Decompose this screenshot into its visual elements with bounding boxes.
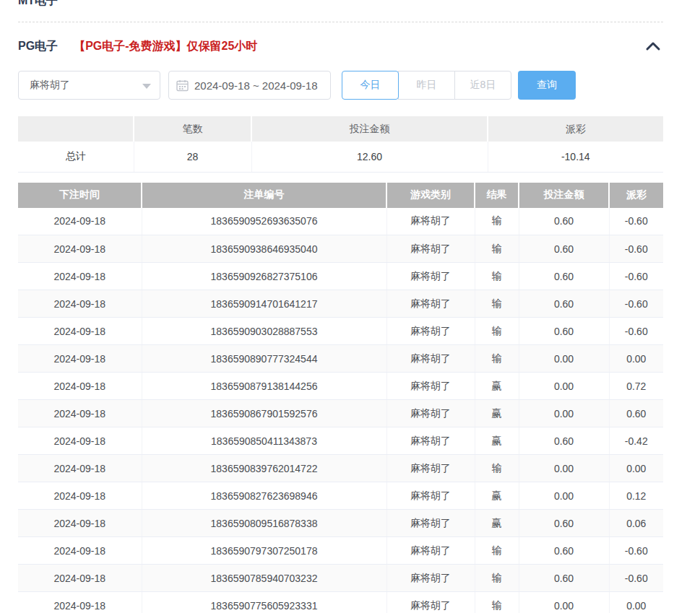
table-row: 2024-09-181836590952693635076麻将胡了输0.60-0… <box>18 208 663 235</box>
bet-time-cell: 2024-09-18 <box>18 318 142 345</box>
order-no-cell: 1836590827623698946 <box>142 482 386 510</box>
game-type-cell: 麻将胡了 <box>386 318 475 345</box>
filter-controls: 麻将胡了 2024-09-18 ~ 2024-09-18 今日 昨日 近8日 查… <box>18 71 663 100</box>
summary-header-blank <box>18 116 134 142</box>
table-row: 2024-09-181836590903028887553麻将胡了输0.60-0… <box>18 318 663 345</box>
previous-section-title: MT电子 <box>18 0 663 9</box>
summary-total-row: 总计 28 12.60 -10.14 <box>18 142 663 172</box>
game-select[interactable]: 麻将胡了 <box>18 71 160 100</box>
section-notice: 【PG电子-免费游戏】仅保留25小时 <box>74 39 257 54</box>
chevron-down-icon <box>142 84 151 89</box>
table-row: 2024-09-181836590850411343873麻将胡了赢0.60-0… <box>18 427 663 455</box>
game-type-cell: 麻将胡了 <box>386 263 475 290</box>
result-cell: 赢 <box>475 373 519 400</box>
game-type-cell: 麻将胡了 <box>386 455 475 482</box>
last-8-days-button[interactable]: 近8日 <box>454 71 511 100</box>
game-type-cell: 麻将胡了 <box>386 373 475 400</box>
summary-total-bet: 12.60 <box>251 142 488 172</box>
order-no-cell: 1836590952693635076 <box>142 208 386 235</box>
calendar-icon <box>176 79 189 92</box>
table-row: 2024-09-181836590839762014722麻将胡了输0.000.… <box>18 455 663 482</box>
payout-cell: -0.60 <box>609 537 663 565</box>
payout-cell: 0.72 <box>609 373 663 400</box>
records-header-payout: 派彩 <box>609 183 663 208</box>
table-row: 2024-09-181836590914701641217麻将胡了输0.60-0… <box>18 290 663 318</box>
bet-time-cell: 2024-09-18 <box>18 235 142 263</box>
order-no-cell: 1836590938646935040 <box>142 235 386 263</box>
bet-amount-cell: 0.00 <box>519 373 609 400</box>
summary-header-payout: 派彩 <box>488 116 663 142</box>
search-button[interactable]: 查询 <box>518 71 576 100</box>
today-button[interactable]: 今日 <box>342 71 399 100</box>
order-no-cell: 1836590785940703232 <box>142 565 386 592</box>
bet-time-cell: 2024-09-18 <box>18 455 142 482</box>
payout-cell: -0.60 <box>609 318 663 345</box>
order-no-cell: 1836590867901592576 <box>142 400 386 427</box>
result-cell: 输 <box>475 592 519 613</box>
bet-amount-cell: 0.60 <box>519 208 609 235</box>
bet-amount-cell: 0.60 <box>519 537 609 565</box>
bet-amount-cell: 0.00 <box>519 482 609 510</box>
yesterday-button[interactable]: 昨日 <box>398 71 455 100</box>
bet-time-cell: 2024-09-18 <box>18 400 142 427</box>
order-no-cell: 1836590879138144256 <box>142 373 386 400</box>
order-no-cell: 1836590903028887553 <box>142 318 386 345</box>
quick-date-button-group: 今日 昨日 近8日 <box>342 71 511 100</box>
payout-cell: 0.12 <box>609 482 663 510</box>
table-row: 2024-09-181836590785940703232麻将胡了输0.60-0… <box>18 565 663 592</box>
table-row: 2024-09-181836590879138144256麻将胡了赢0.000.… <box>18 373 663 400</box>
result-cell: 输 <box>475 537 519 565</box>
section-title: PG电子 <box>18 39 58 54</box>
table-row: 2024-09-181836590867901592576麻将胡了赢0.000.… <box>18 400 663 427</box>
payout-cell: 0.60 <box>609 400 663 427</box>
bet-time-cell: 2024-09-18 <box>18 565 142 592</box>
bet-amount-cell: 0.60 <box>519 263 609 290</box>
summary-header-row: 笔数 投注金额 派彩 <box>18 116 663 142</box>
bet-time-cell: 2024-09-18 <box>18 537 142 565</box>
bet-time-cell: 2024-09-18 <box>18 290 142 318</box>
result-cell: 输 <box>475 565 519 592</box>
records-header-game-type: 游戏类别 <box>386 183 475 208</box>
section-header: PG电子 【PG电子-免费游戏】仅保留25小时 <box>18 38 663 55</box>
bet-time-cell: 2024-09-18 <box>18 345 142 373</box>
page: MT电子 PG电子 【PG电子-免费游戏】仅保留25小时 麻将胡了 <box>0 0 700 613</box>
table-row: 2024-09-181836590775605923331麻将胡了输0.000.… <box>18 592 663 613</box>
bet-time-cell: 2024-09-18 <box>18 263 142 290</box>
payout-cell: -0.60 <box>609 290 663 318</box>
bet-amount-cell: 0.00 <box>519 345 609 373</box>
bet-time-cell: 2024-09-18 <box>18 482 142 510</box>
records-header-bet-time: 下注时间 <box>18 183 142 208</box>
summary-total-payout: -10.14 <box>488 142 663 172</box>
dashed-divider <box>18 22 663 22</box>
collapse-button[interactable] <box>643 38 663 55</box>
order-no-cell: 1836590839762014722 <box>142 455 386 482</box>
bet-time-cell: 2024-09-18 <box>18 427 142 455</box>
bet-amount-cell: 0.60 <box>519 565 609 592</box>
records-header-row: 下注时间 注单编号 游戏类别 结果 投注金额 派彩 <box>18 183 663 208</box>
game-type-cell: 麻将胡了 <box>386 592 475 613</box>
payout-cell: 0.00 <box>609 592 663 613</box>
game-type-cell: 麻将胡了 <box>386 208 475 235</box>
records-header-result: 结果 <box>475 183 519 208</box>
order-no-cell: 1836590850411343873 <box>142 427 386 455</box>
payout-cell: -0.60 <box>609 263 663 290</box>
payout-cell: -0.42 <box>609 427 663 455</box>
bet-time-cell: 2024-09-18 <box>18 592 142 613</box>
records-table-body: 2024-09-181836590952693635076麻将胡了输0.60-0… <box>18 208 663 613</box>
records-table: 下注时间 注单编号 游戏类别 结果 投注金额 派彩 2024-09-181836… <box>18 183 663 613</box>
summary-header-count: 笔数 <box>134 116 251 142</box>
game-type-cell: 麻将胡了 <box>386 345 475 373</box>
bet-amount-cell: 0.00 <box>519 400 609 427</box>
bet-amount-cell: 0.00 <box>519 455 609 482</box>
game-type-cell: 麻将胡了 <box>386 235 475 263</box>
game-type-cell: 麻将胡了 <box>386 565 475 592</box>
date-range-input[interactable]: 2024-09-18 ~ 2024-09-18 <box>168 71 331 100</box>
table-row: 2024-09-181836590926827375106麻将胡了输0.60-0… <box>18 263 663 290</box>
table-row: 2024-09-181836590809516878338麻将胡了赢0.600.… <box>18 510 663 537</box>
order-no-cell: 1836590926827375106 <box>142 263 386 290</box>
summary-total-label: 总计 <box>18 142 134 172</box>
summary-total-count: 28 <box>134 142 251 172</box>
result-cell: 赢 <box>475 482 519 510</box>
bet-amount-cell: 0.60 <box>519 427 609 455</box>
result-cell: 输 <box>475 290 519 318</box>
